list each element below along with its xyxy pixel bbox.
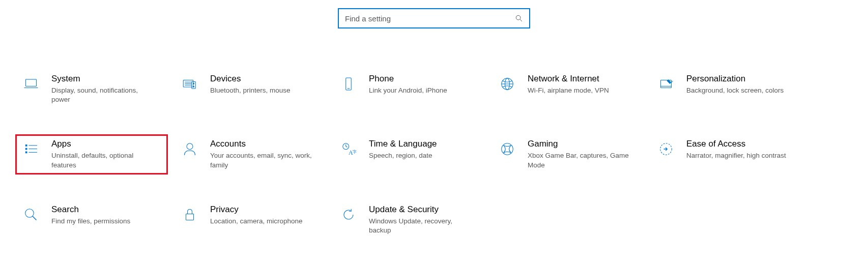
magnifier-icon [21,205,41,225]
apps-list-icon [21,139,41,159]
tile-title: Apps [51,139,162,149]
tile-desc: Windows Update, recovery, backup [369,217,471,235]
tile-update-security[interactable]: Update & Security Windows Update, recove… [333,200,485,240]
tile-title: Ease of Access [686,139,797,149]
svg-point-0 [516,15,520,20]
svg-rect-11 [346,78,352,90]
svg-rect-19 [25,144,27,147]
phone-icon [338,74,359,94]
svg-rect-2 [26,79,37,86]
tile-desc: Bluetooth, printers, mouse [210,86,312,95]
tile-title: System [51,74,162,84]
svg-point-25 [187,143,193,150]
update-icon [338,205,359,225]
tile-search[interactable]: Search Find my files, permissions [15,200,168,240]
tile-title: Search [51,205,162,215]
svg-point-33 [25,209,34,218]
tile-title: Time & Language [369,139,480,149]
tile-time-language[interactable]: A 字 Time & Language Speech, region, date [333,134,485,174]
tile-accounts[interactable]: Accounts Your accounts, email, sync, wor… [174,134,327,174]
tile-title: Gaming [528,139,639,149]
tile-apps[interactable]: Apps Uninstall, defaults, optional featu… [15,134,168,174]
time-language-icon: A 字 [338,139,359,159]
svg-point-31 [502,143,513,155]
paint-icon [656,74,676,94]
tile-desc: Background, lock screen, colors [686,86,788,95]
tile-system[interactable]: System Display, sound, notifications, po… [15,69,168,109]
svg-rect-20 [25,148,27,150]
tile-personalization[interactable]: Personalization Background, lock screen,… [650,69,803,109]
tile-desc: Xbox Game Bar, captures, Game Mode [528,151,629,169]
tile-devices[interactable]: Devices Bluetooth, printers, mouse [174,69,327,109]
tile-privacy[interactable]: Privacy Location, camera, microphone [174,200,327,240]
lock-icon [180,205,200,225]
svg-line-28 [346,147,348,148]
svg-rect-5 [192,82,196,89]
xbox-icon [497,139,517,159]
keyboard-icon [180,74,200,94]
tile-title: Personalization [686,74,797,84]
svg-point-7 [193,86,194,87]
tile-title: Privacy [210,205,321,215]
svg-text:字: 字 [353,150,357,154]
tile-gaming[interactable]: Gaming Xbox Game Bar, captures, Game Mod… [491,134,644,174]
tile-title: Devices [210,74,321,84]
tile-desc: Display, sound, notifications, power [51,86,153,104]
tile-desc: Link your Android, iPhone [369,86,471,95]
tile-phone[interactable]: Phone Link your Android, iPhone [333,69,485,109]
svg-point-6 [193,83,194,84]
laptop-icon [21,74,41,94]
tile-desc: Your accounts, email, sync, work, family [210,151,312,169]
tile-desc: Location, camera, microphone [210,217,312,226]
tile-title: Phone [369,74,480,84]
tile-desc: Speech, region, date [369,151,471,160]
tile-network[interactable]: Network & Internet Wi-Fi, airplane mode,… [491,69,644,109]
search-icon [515,14,523,22]
search-box[interactable] [338,8,530,28]
tile-title: Update & Security [369,205,480,215]
settings-grid: System Display, sound, notifications, po… [0,28,868,240]
tile-desc: Uninstall, defaults, optional features [51,151,153,169]
tile-ease-of-access[interactable]: Ease of Access Narrator, magnifier, high… [650,134,803,174]
svg-line-1 [520,19,522,21]
search-input[interactable] [345,14,511,23]
svg-line-34 [33,216,37,220]
tile-desc: Find my files, permissions [51,217,153,226]
svg-rect-35 [186,214,194,220]
ease-of-access-icon [656,139,676,159]
tile-title: Network & Internet [528,74,639,84]
person-icon [180,139,200,159]
tile-title: Accounts [210,139,321,149]
svg-rect-21 [25,152,27,154]
tile-desc: Narrator, magnifier, high contrast [686,151,788,160]
globe-icon [497,74,517,94]
tile-desc: Wi-Fi, airplane mode, VPN [528,86,629,95]
